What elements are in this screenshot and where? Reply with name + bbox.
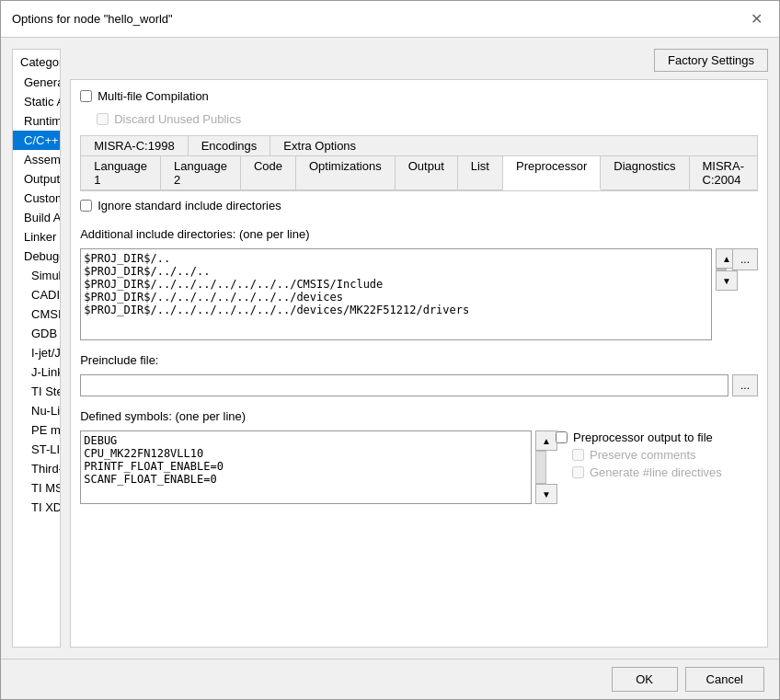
close-button[interactable]: ✕ <box>745 8 768 29</box>
options-panel: Multi-file Compilation Discard Unused Pu… <box>70 79 768 648</box>
generate-line-row: Generate #line directives <box>556 465 758 479</box>
defined-symbols-label: Defined symbols: (one per line) <box>80 409 758 423</box>
additional-include-textarea[interactable]: $PROJ_DIR$/.. $PROJ_DIR$/../../.. $PROJ_… <box>80 248 712 340</box>
tab-language-1[interactable]: Language 1 <box>81 156 161 189</box>
defined-symbols-wrap: <span>DEBUG </span><span style="backgrou… <box>80 430 548 504</box>
sidebar-item-cadi[interactable]: CADI <box>13 285 60 304</box>
ignore-std-include-checkbox[interactable] <box>80 200 92 212</box>
preprocessor-output-checkbox[interactable] <box>556 431 568 443</box>
preprocessor-output-label: Preprocessor output to file <box>573 430 713 444</box>
tab-language-2[interactable]: Language 2 <box>161 156 241 189</box>
dialog: Options for node "hello_world" ✕ Categor… <box>0 0 780 700</box>
sidebar-item-third-party[interactable]: Third-Party Driver <box>13 459 60 478</box>
sidebar: Category: General Options Static Analysi… <box>12 49 61 648</box>
sidebar-item-cmsis-dap[interactable]: CMSIS DAP <box>13 304 60 324</box>
tab-misra-c-2004[interactable]: MISRA-C:2004 <box>690 156 758 189</box>
sidebar-item-nu-link[interactable]: Nu-Link <box>13 401 60 420</box>
sidebar-item-static-analysis[interactable]: Static Analysis <box>13 92 60 111</box>
generate-line-label: Generate #line directives <box>590 465 722 479</box>
preserve-comments-row: Preserve comments <box>556 448 758 462</box>
factory-settings-button[interactable]: Factory Settings <box>654 49 768 72</box>
sidebar-item-runtime-checking[interactable]: Runtime Checking <box>13 111 60 131</box>
main-panel: Factory Settings Multi-file Compilation … <box>70 49 768 648</box>
defined-scroll: ▲ ▼ <box>535 430 548 504</box>
sidebar-item-simulator[interactable]: Simulator <box>13 266 60 285</box>
tab-preprocessor[interactable]: Preprocessor <box>503 156 601 190</box>
tab-extra-options[interactable]: Extra Options <box>270 136 369 155</box>
preinclude-browse-button[interactable]: ... <box>732 374 758 396</box>
factory-settings-row: Factory Settings <box>70 49 768 72</box>
discard-unused-checkbox[interactable] <box>97 113 109 125</box>
defined-symbols-textarea[interactable]: <span>DEBUG </span><span style="backgrou… <box>80 430 532 504</box>
ignore-std-include-label: Ignore standard include directories <box>98 199 281 212</box>
discard-unused-label: Discard Unused Publics <box>114 112 241 126</box>
sidebar-item-i-jet[interactable]: I-jet/JTAGjet <box>13 343 60 362</box>
sidebar-item-linker[interactable]: Linker <box>13 227 60 247</box>
sidebar-item-custom-build[interactable]: Custom Build <box>13 189 60 208</box>
sidebar-item-st-link[interactable]: ST-LINK <box>13 440 60 459</box>
tab-group: MISRA-C:1998 Encodings Extra Options Lan… <box>80 135 758 191</box>
preserve-comments-label: Preserve comments <box>590 448 696 462</box>
additional-include-area: $PROJ_DIR$/.. $PROJ_DIR$/../../.. $PROJ_… <box>80 248 758 340</box>
generate-line-checkbox[interactable] <box>572 466 584 478</box>
sidebar-item-general-options[interactable]: General Options <box>13 73 60 92</box>
sidebar-item-ti-stellaris[interactable]: TI Stellaris <box>13 382 60 401</box>
sidebar-item-gdb-server[interactable]: GDB Server <box>13 324 60 343</box>
category-label: Category: <box>13 50 60 73</box>
discard-unused-row: Discard Unused Publics <box>80 112 758 126</box>
additional-include-label: Additional include directories: (one per… <box>80 227 758 241</box>
sidebar-item-assembler[interactable]: Assembler <box>13 150 60 169</box>
tab-list[interactable]: List <box>458 156 503 189</box>
sidebar-item-debugger[interactable]: Debugger <box>13 247 60 266</box>
sidebar-item-cpp-compiler[interactable]: C/C++ Compiler <box>13 131 60 150</box>
upper-tab-row: MISRA-C:1998 Encodings Extra Options <box>81 136 757 156</box>
multifile-compilation-label: Multi-file Compilation <box>98 89 209 103</box>
sidebar-item-ti-msp-fet[interactable]: TI MSP-FET <box>13 478 60 498</box>
tab-encodings[interactable]: Encodings <box>189 136 271 155</box>
include-scroll: ▲ ▼ <box>716 248 728 291</box>
defined-symbols-area: <span>DEBUG </span><span style="backgrou… <box>80 430 758 504</box>
tab-code[interactable]: Code <box>241 156 296 189</box>
sidebar-item-build-actions[interactable]: Build Actions <box>13 208 60 227</box>
tab-optimizations[interactable]: Optimizations <box>296 156 396 189</box>
sidebar-item-output-converter[interactable]: Output Converter <box>13 169 60 189</box>
dialog-body: Category: General Options Static Analysi… <box>1 38 779 659</box>
sidebar-item-ti-xds[interactable]: TI XDS <box>13 498 60 517</box>
preprocessor-output-row: Preprocessor output to file <box>556 430 758 444</box>
title-bar: Options for node "hello_world" ✕ <box>1 1 779 38</box>
tab-diagnostics[interactable]: Diagnostics <box>601 156 689 189</box>
defined-scroll-down[interactable]: ▼ <box>535 484 557 504</box>
ignore-std-include-row: Ignore standard include directories <box>80 199 758 212</box>
cancel-button[interactable]: Cancel <box>685 667 764 692</box>
preinclude-row: ... <box>80 374 758 396</box>
tab-misra-c-1998[interactable]: MISRA-C:1998 <box>81 136 188 155</box>
multifile-compilation-checkbox[interactable] <box>80 90 92 102</box>
dialog-footer: OK Cancel <box>1 659 779 699</box>
preprocessor-output-panel: Preprocessor output to file Preserve com… <box>556 430 758 504</box>
sidebar-item-pe-micro[interactable]: PE micro <box>13 420 60 440</box>
tab-output[interactable]: Output <box>396 156 458 189</box>
additional-include-browse-button[interactable]: ... <box>732 248 758 270</box>
preinclude-input[interactable] <box>80 374 728 396</box>
preinclude-label: Preinclude file: <box>80 353 758 367</box>
preserve-comments-checkbox[interactable] <box>572 449 584 461</box>
ok-button[interactable]: OK <box>612 667 678 692</box>
defined-scroll-up[interactable]: ▲ <box>535 430 557 451</box>
sidebar-item-jlink[interactable]: J-Link/J-Trace <box>13 362 60 382</box>
dialog-title: Options for node "hello_world" <box>12 12 173 26</box>
lower-tab-row: Language 1 Language 2 Code Optimizations… <box>81 156 757 190</box>
include-scroll-down[interactable]: ▼ <box>716 270 738 291</box>
multifile-compilation-row: Multi-file Compilation <box>80 89 758 103</box>
